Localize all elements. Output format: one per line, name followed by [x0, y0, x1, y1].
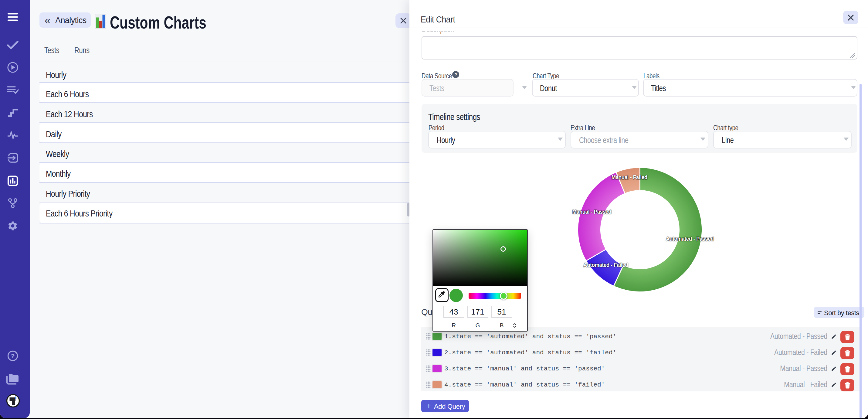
svg-text:?: ? — [454, 72, 457, 77]
svg-text:?: ? — [11, 353, 15, 359]
